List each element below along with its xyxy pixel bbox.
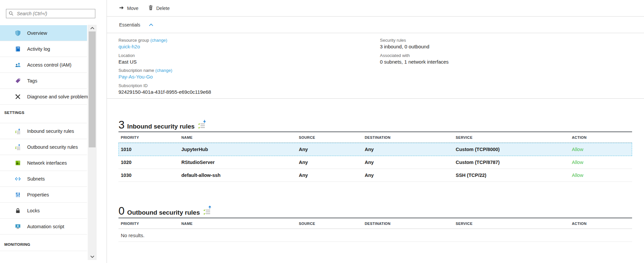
tag-icon (15, 78, 21, 84)
delete-label: Delete (156, 6, 169, 11)
scroll-up-arrow-icon[interactable] (88, 25, 97, 31)
subscription-change-link[interactable]: (change) (155, 68, 172, 73)
column-header-action: ACTION (572, 222, 632, 226)
network-interface-icon (15, 160, 21, 166)
sidebar-search (6, 9, 95, 18)
sidebar-section-monitoring: MONITORING (0, 235, 87, 251)
sidebar-item-network-interfaces[interactable]: Network interfaces (0, 155, 87, 171)
sidebar-item-label: Activity log (27, 46, 50, 52)
sidebar-section-settings: SETTINGS (0, 105, 87, 123)
associated-with-field: Associated with 0 subnets, 1 network int… (380, 53, 449, 65)
cell-action: Allow (572, 173, 632, 178)
search-input[interactable] (6, 9, 95, 18)
resource-group-change-link[interactable]: (change) (150, 38, 167, 43)
cell-service: Custom (TCP/8787) (456, 160, 572, 165)
outbound-rules-icon (15, 144, 21, 150)
location-label: Location (118, 53, 137, 58)
sidebar-scrollbar (88, 25, 97, 260)
move-arrow-icon (119, 5, 124, 11)
search-icon (9, 11, 14, 16)
location-field: Location East US (118, 53, 137, 65)
column-header-priority: PRIORITY (118, 135, 181, 139)
column-header-priority: PRIORITY (118, 222, 181, 226)
sidebar-item-activity-log[interactable]: Activity log (0, 41, 87, 57)
sidebar-item-tags[interactable]: Tags (0, 73, 87, 89)
cell-name: default-allow-ssh (181, 173, 299, 178)
outbound-rules-icon (203, 206, 212, 217)
inbound-rules-section: 3 Inbound security rules PRIORITY NAME S… (107, 114, 644, 182)
sidebar-item-subnets[interactable]: Subnets (0, 171, 87, 187)
sidebar-item-outbound-rules[interactable]: Outbound security rules (0, 139, 87, 155)
inbound-count: 3 (118, 120, 124, 130)
outbound-rules-heading: 0 Outbound security rules (118, 200, 644, 218)
sidebar-item-diagnose[interactable]: Diagnose and solve problems (0, 89, 87, 105)
column-header-source: SOURCE (299, 135, 365, 139)
security-rules-value: 3 inbound, 0 outbound (380, 44, 429, 49)
cell-action: Allow (572, 160, 632, 165)
move-label: Move (127, 6, 138, 11)
tools-icon (15, 94, 21, 100)
column-header-destination: DESTINATION (365, 135, 456, 139)
shield-icon (15, 30, 21, 36)
sidebar-item-label: Tags (27, 78, 37, 83)
sidebar-item-label: Network interfaces (27, 160, 67, 166)
cell-name: JupyterHub (181, 147, 299, 152)
sidebar-item-label: Automation script (27, 224, 64, 229)
column-header-name: NAME (181, 222, 299, 226)
inbound-table-header: PRIORITY NAME SOURCE DESTINATION SERVICE… (118, 132, 632, 143)
cell-source: Any (299, 173, 365, 178)
associated-with-value: 0 subnets, 1 network interfaces (380, 59, 449, 65)
cell-priority: 1010 (118, 147, 181, 152)
table-row-jupyterhub[interactable]: 1010 JupyterHub Any Any Custom (TCP/8000… (118, 143, 632, 156)
automation-script-icon (15, 224, 21, 230)
table-row-rstudioserver[interactable]: 1020 RStudioServer Any Any Custom (TCP/8… (118, 156, 632, 169)
column-header-action: ACTION (572, 135, 632, 139)
sidebar-item-overview[interactable]: Overview (0, 25, 87, 41)
sidebar-item-label: Overview (27, 30, 47, 36)
azure-nsg-overview-page: Overview Activity log Access control (IA… (0, 0, 644, 263)
cell-priority: 1030 (118, 173, 181, 178)
outbound-count: 0 (118, 206, 124, 216)
column-header-source: SOURCE (299, 222, 365, 226)
command-bar: Move Delete (107, 0, 644, 17)
lock-icon (15, 208, 21, 214)
cell-source: Any (299, 160, 365, 165)
cell-service: SSH (TCP/22) (456, 173, 572, 178)
table-row-default-allow-ssh[interactable]: 1030 default-allow-ssh Any Any SSH (TCP/… (118, 169, 632, 182)
sidebar-item-label: Properties (27, 192, 49, 197)
sidebar-item-inbound-rules[interactable]: Inbound security rules (0, 123, 87, 139)
sidebar-item-access-control[interactable]: Access control (IAM) (0, 57, 87, 73)
move-button[interactable]: Move (119, 5, 138, 11)
inbound-rules-icon (198, 120, 207, 131)
subscription-id-field: Subscription ID 92429150-401a-431f-8955-… (118, 83, 211, 95)
outbound-rules-table: PRIORITY NAME SOURCE DESTINATION SERVICE… (118, 218, 632, 242)
delete-button[interactable]: Delete (148, 5, 169, 11)
resource-group-label: Resource group (118, 38, 149, 43)
cell-source: Any (299, 147, 365, 152)
chevron-up-icon (149, 24, 153, 26)
scroll-down-arrow-icon[interactable] (88, 253, 97, 260)
cell-action: Allow (572, 147, 632, 152)
subscription-name-value[interactable]: Pay-As-You-Go (118, 74, 172, 79)
resource-group-value[interactable]: quick-h2o (118, 44, 167, 49)
cell-destination: Any (365, 173, 456, 178)
column-header-service: SERVICE (456, 135, 572, 139)
inbound-title: Inbound security rules (127, 123, 195, 130)
people-icon (15, 62, 21, 68)
cell-name: RStudioServer (181, 160, 299, 165)
sidebar-item-label: Subnets (27, 176, 45, 182)
essentials-toggle[interactable]: Essentials (107, 17, 644, 33)
scrollbar-thumb[interactable] (89, 31, 96, 147)
associated-with-label: Associated with (380, 53, 449, 58)
inbound-rules-table: PRIORITY NAME SOURCE DESTINATION SERVICE… (118, 132, 632, 182)
sidebar-item-properties[interactable]: Properties (0, 187, 87, 203)
sidebar-item-label: Inbound security rules (27, 129, 74, 134)
subscription-name-field: Subscription name (change) Pay-As-You-Go (118, 68, 172, 79)
subscription-id-value: 92429150-401a-431f-8955-e69c0c119e68 (118, 89, 211, 95)
sidebar-item-automation-script[interactable]: Automation script (0, 219, 87, 235)
cell-destination: Any (365, 147, 456, 152)
sidebar-item-locks[interactable]: Locks (0, 203, 87, 219)
subnets-icon (15, 176, 21, 182)
trash-icon (148, 5, 153, 11)
essentials-title: Essentials (119, 22, 140, 27)
